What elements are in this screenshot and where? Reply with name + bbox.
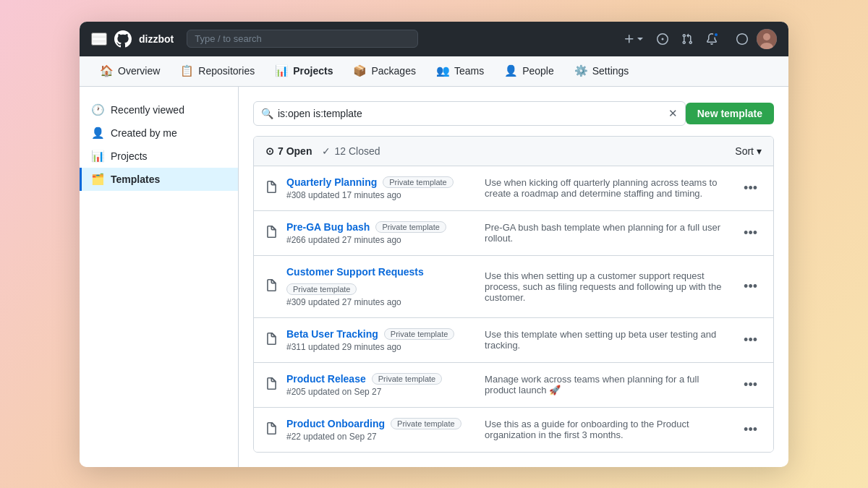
chevron-down-icon: ▾ — [757, 145, 762, 157]
svg-rect-2 — [93, 43, 106, 44]
table-icon: 📊 — [91, 150, 105, 163]
template-title[interactable]: Customer Support Requests — [286, 266, 424, 278]
sidebar: 🕐 Recently viewed 👤 Created by me 📊 Proj… — [80, 87, 239, 467]
template-description: Use this template when setting up beta u… — [485, 329, 731, 351]
avatar[interactable] — [757, 29, 777, 49]
svg-point-4 — [763, 33, 770, 40]
open-tab[interactable]: ⊙ 7 Open — [265, 144, 312, 158]
nav-settings[interactable]: ⚙️ Settings — [566, 59, 638, 83]
nav-overview[interactable]: 🏠 Overview — [91, 59, 169, 83]
template-more-button[interactable]: ••• — [739, 374, 762, 395]
content-area: 🔍 ✕ New template ⊙ 7 Open ✓ 12 — [239, 87, 788, 467]
template-more-button[interactable]: ••• — [739, 419, 762, 440]
open-closed-tabs: ⊙ 7 Open ✓ 12 Closed — [265, 144, 380, 158]
template-more-button[interactable]: ••• — [739, 178, 762, 199]
template-title[interactable]: Product Release — [286, 373, 366, 385]
people-icon: 👤 — [504, 64, 518, 77]
projects-icon: 📊 — [275, 64, 289, 77]
closed-tab[interactable]: ✓ 12 Closed — [322, 144, 380, 158]
template-title[interactable]: Beta User Tracking — [286, 328, 378, 340]
template-icon: 🗂️ — [91, 173, 105, 186]
nav-projects[interactable]: 📊 Projects — [266, 59, 341, 83]
private-badge: Private template — [286, 283, 357, 295]
repo-icon: 📋 — [180, 64, 194, 77]
template-title[interactable]: Product Onboarding — [286, 418, 385, 429]
template-meta: #205 updated on Sep 27 — [286, 387, 476, 397]
closed-icon: ✓ — [322, 145, 331, 157]
template-title[interactable]: Quarterly Planning — [286, 176, 377, 188]
template-description: Use this as a guide for onboarding to th… — [485, 419, 731, 440]
sidebar-item-recently-viewed[interactable]: 🕐 Recently viewed — [80, 98, 238, 121]
template-more-button[interactable]: ••• — [739, 276, 762, 297]
private-badge: Private template — [391, 418, 461, 429]
private-badge: Private template — [372, 373, 442, 385]
nav-packages[interactable]: 📦 Packages — [344, 59, 424, 83]
template-meta: #22 updated on Sep 27 — [286, 432, 476, 442]
private-badge: Private template — [375, 221, 446, 233]
settings-icon: ⚙️ — [574, 64, 588, 77]
github-logo[interactable] — [114, 30, 132, 48]
search-clear-button[interactable]: ✕ — [668, 107, 678, 120]
template-info: Pre-GA Bug bash Private template #266 up… — [286, 221, 476, 245]
template-info: Beta User Tracking Private template #311… — [286, 328, 476, 352]
nav-teams[interactable]: 👥 Teams — [427, 59, 493, 83]
search-icon: 🔍 — [261, 108, 273, 119]
template-row: Customer Support Requests Private templa… — [254, 256, 773, 318]
template-row: Product Onboarding Private template #22 … — [254, 408, 773, 452]
template-row-icon — [265, 377, 278, 393]
template-rows: Quarterly Planning Private template #308… — [254, 166, 773, 452]
template-info: Product Release Private template #205 up… — [286, 373, 476, 397]
sort-button[interactable]: Sort ▾ — [735, 145, 762, 157]
new-template-button[interactable]: New template — [686, 103, 774, 124]
sidebar-item-templates[interactable]: 🗂️ Templates — [80, 168, 238, 191]
template-row: Quarterly Planning Private template #308… — [254, 166, 773, 211]
template-meta: #308 updated 17 minutes ago — [286, 190, 476, 200]
template-search-bar[interactable]: 🔍 ✕ — [253, 101, 686, 126]
template-row-icon — [265, 279, 278, 295]
create-new-button[interactable] — [619, 30, 648, 48]
nav-repositories[interactable]: 📋 Repositories — [171, 59, 263, 83]
topbar-icons — [619, 29, 777, 49]
org-name: dizzbot — [139, 33, 174, 45]
private-badge: Private template — [384, 328, 454, 340]
notifications-button[interactable] — [702, 30, 728, 48]
template-list-header: ⊙ 7 Open ✓ 12 Closed Sort ▾ — [254, 137, 773, 166]
hamburger-button[interactable] — [91, 33, 107, 46]
template-description: Pre-GA bush bash template when planning … — [485, 222, 731, 244]
template-list: ⊙ 7 Open ✓ 12 Closed Sort ▾ — [253, 136, 774, 453]
template-row-icon — [265, 226, 278, 241]
nav-people[interactable]: 👤 People — [495, 59, 563, 83]
template-meta: #311 updated 29 minutes ago — [286, 342, 476, 352]
open-icon: ⊙ — [265, 145, 274, 157]
content-top-bar: 🔍 ✕ New template — [253, 101, 774, 126]
pull-requests-button[interactable] — [677, 30, 697, 48]
template-more-button[interactable]: ••• — [739, 330, 762, 351]
global-search-input[interactable] — [187, 30, 418, 48]
home-icon: 🏠 — [100, 64, 114, 77]
global-search[interactable] — [187, 30, 418, 48]
template-row: Product Release Private template #205 up… — [254, 363, 773, 408]
sidebar-item-created-by-me[interactable]: 👤 Created by me — [80, 121, 238, 145]
template-title[interactable]: Pre-GA Bug bash — [286, 221, 370, 233]
template-info: Product Onboarding Private template #22 … — [286, 418, 476, 442]
template-row: Pre-GA Bug bash Private template #266 up… — [254, 211, 773, 256]
person-icon: 👤 — [91, 127, 105, 140]
template-row: Beta User Tracking Private template #311… — [254, 318, 773, 363]
copilot-button[interactable] — [732, 30, 752, 48]
clock-icon: 🕐 — [91, 103, 105, 116]
main-layout: 🕐 Recently viewed 👤 Created by me 📊 Proj… — [80, 87, 788, 467]
template-description: Use this when setting up a customer supp… — [485, 270, 731, 303]
teams-icon: 👥 — [436, 64, 450, 77]
topbar: dizzbot — [80, 22, 788, 56]
template-info: Customer Support Requests Private templa… — [286, 266, 476, 307]
template-more-button[interactable]: ••• — [739, 223, 762, 244]
template-info: Quarterly Planning Private template #308… — [286, 176, 476, 200]
sidebar-item-projects[interactable]: 📊 Projects — [80, 145, 238, 168]
template-description: Manage work across teams when planning f… — [485, 374, 731, 395]
issues-button[interactable] — [652, 30, 673, 48]
template-row-icon — [265, 422, 278, 438]
template-meta: #266 updated 27 minutes ago — [286, 235, 476, 245]
template-search-input[interactable] — [278, 108, 664, 119]
template-description: Use when kicking off quarterly planning … — [485, 177, 731, 199]
packages-icon: 📦 — [353, 64, 367, 77]
